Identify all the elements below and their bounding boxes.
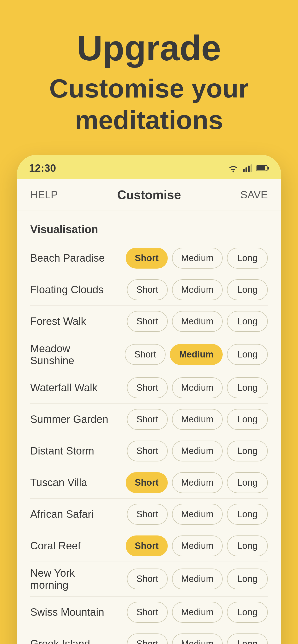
duration-long-button[interactable]: Long [227,311,268,332]
duration-medium-button[interactable]: Medium [172,279,223,300]
duration-short-button[interactable]: Short [127,409,168,430]
nav-help-button[interactable]: HELP [30,189,58,201]
content-area: Visualisation Beach ParadiseShortMediumL… [17,211,281,644]
duration-medium-button[interactable]: Medium [170,344,223,365]
hero-title: Upgrade [19,29,279,68]
duration-long-button[interactable]: Long [227,344,268,365]
duration-buttons: ShortMediumLong [112,248,268,268]
duration-long-button[interactable]: Long [227,409,268,430]
meditation-row: Meadow SunshineShortMediumLong [30,337,268,372]
duration-buttons: ShortMediumLong [112,377,268,398]
duration-buttons: ShortMediumLong [112,568,268,590]
meditation-name: Swiss Mountain [30,606,112,618]
duration-medium-button[interactable]: Medium [172,440,223,462]
duration-buttons: ShortMediumLong [112,279,268,300]
duration-short-button[interactable]: Short [126,536,168,556]
phone-mockup: 12:30 HELP Customise SAVE [17,155,281,644]
duration-buttons: ShortMediumLong [112,311,268,332]
app-nav: HELP Customise SAVE [17,179,281,211]
meditation-row: New York morningShortMediumLong [30,562,268,596]
meditation-name: Greek Island [30,638,112,644]
battery-icon [256,164,269,172]
meditation-row: Swiss MountainShortMediumLong [30,596,268,628]
hero-subtitle: Customise your meditations [19,72,279,136]
duration-buttons: ShortMediumLong [112,472,268,493]
svg-rect-6 [257,166,265,170]
duration-short-button[interactable]: Short [127,504,168,525]
svg-rect-1 [245,167,247,172]
duration-medium-button[interactable]: Medium [172,634,223,644]
duration-long-button[interactable]: Long [227,634,268,644]
meditation-list: Beach ParadiseShortMediumLongFloating Cl… [30,242,268,644]
svg-rect-0 [243,169,245,172]
status-icons [228,164,269,172]
meditation-row: Summer GardenShortMediumLong [30,404,268,435]
duration-short-button[interactable]: Short [127,311,168,332]
wifi-icon [228,164,239,172]
duration-long-button[interactable]: Long [227,440,268,462]
duration-long-button[interactable]: Long [227,472,268,493]
svg-rect-3 [250,164,252,172]
meditation-row: Floating CloudsShortMediumLong [30,274,268,306]
duration-long-button[interactable]: Long [227,279,268,300]
duration-short-button[interactable]: Short [126,472,168,493]
duration-buttons: ShortMediumLong [112,634,268,644]
duration-buttons: ShortMediumLong [112,602,268,623]
meditation-name: Floating Clouds [30,284,112,296]
duration-buttons: ShortMediumLong [112,409,268,430]
hero-section: Upgrade Customise your meditations [0,0,298,155]
duration-buttons: ShortMediumLong [112,344,268,365]
duration-buttons: ShortMediumLong [112,504,268,525]
meditation-name: Beach Paradise [30,252,112,264]
meditation-name: Meadow Sunshine [30,342,112,366]
meditation-row: Beach ParadiseShortMediumLong [30,242,268,274]
signal-icon [243,164,253,172]
duration-medium-button[interactable]: Medium [172,602,223,623]
meditation-name: Tuscan Villa [30,476,112,488]
svg-rect-5 [267,167,269,170]
meditation-name: Waterfall Walk [30,382,112,394]
duration-medium-button[interactable]: Medium [172,504,223,525]
duration-short-button[interactable]: Short [126,248,168,268]
duration-short-button[interactable]: Short [127,279,168,300]
duration-short-button[interactable]: Short [127,568,168,590]
duration-short-button[interactable]: Short [127,440,168,462]
duration-buttons: ShortMediumLong [112,440,268,462]
duration-medium-button[interactable]: Medium [172,472,223,493]
duration-medium-button[interactable]: Medium [172,311,223,332]
duration-long-button[interactable]: Long [227,568,268,590]
duration-short-button[interactable]: Short [127,377,168,398]
status-bar: 12:30 [17,155,281,179]
duration-short-button[interactable]: Short [127,602,168,623]
meditation-row: Distant StormShortMediumLong [30,435,268,467]
meditation-name: Summer Garden [30,413,112,425]
duration-medium-button[interactable]: Medium [172,536,223,556]
status-time: 12:30 [29,162,56,174]
meditation-name: Forest Walk [30,315,112,327]
duration-long-button[interactable]: Long [227,602,268,623]
duration-short-button[interactable]: Short [127,634,168,644]
section-header: Visualisation [30,223,268,236]
duration-medium-button[interactable]: Medium [172,568,223,590]
meditation-row: Waterfall WalkShortMediumLong [30,372,268,404]
nav-save-button[interactable]: SAVE [240,189,268,201]
meditation-row: Forest WalkShortMediumLong [30,306,268,337]
duration-medium-button[interactable]: Medium [172,248,223,268]
meditation-name: African Safari [30,508,112,520]
nav-title: Customise [117,188,181,202]
meditation-row: Tuscan VillaShortMediumLong [30,467,268,498]
meditation-name: New York morning [30,567,112,591]
duration-long-button[interactable]: Long [227,248,268,268]
duration-long-button[interactable]: Long [227,504,268,525]
meditation-name: Distant Storm [30,445,112,457]
duration-medium-button[interactable]: Medium [172,409,223,430]
duration-short-button[interactable]: Short [125,344,166,365]
meditation-name: Coral Reef [30,540,112,552]
duration-long-button[interactable]: Long [227,536,268,556]
meditation-row: Greek IslandShortMediumLong [30,628,268,644]
meditation-row: Coral ReefShortMediumLong [30,530,268,562]
duration-long-button[interactable]: Long [227,377,268,398]
meditation-row: African SafariShortMediumLong [30,498,268,530]
duration-medium-button[interactable]: Medium [172,377,223,398]
duration-buttons: ShortMediumLong [112,536,268,556]
